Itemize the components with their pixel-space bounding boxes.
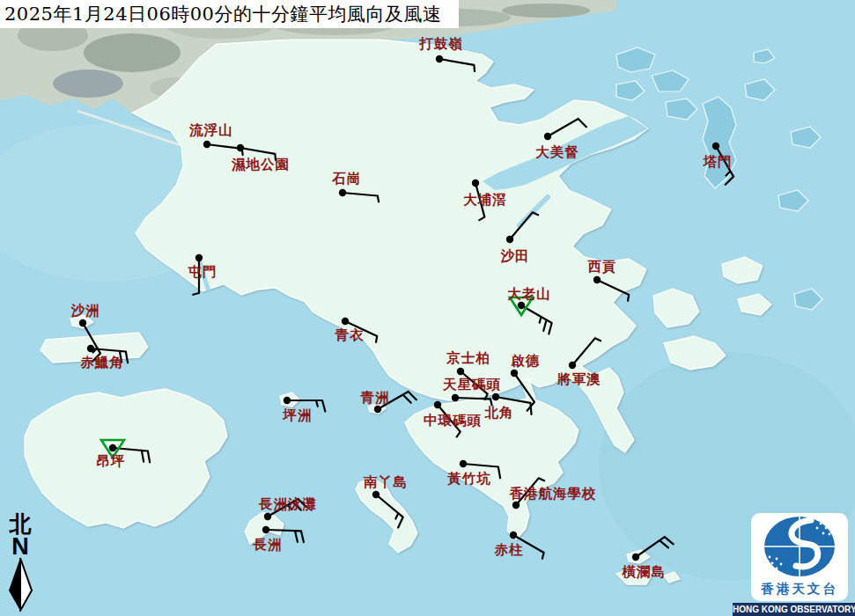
station-label: 青衣 bbox=[335, 326, 365, 343]
station-dot bbox=[237, 144, 244, 151]
station-label: 香港航海學校 bbox=[509, 485, 597, 502]
station-dot bbox=[492, 393, 499, 400]
north-letter-label: N bbox=[4, 536, 36, 557]
station-label: 橫瀾島 bbox=[621, 563, 666, 580]
station-dot bbox=[262, 526, 269, 533]
north-indicator: 北 N bbox=[4, 513, 36, 615]
station-label: 西貢 bbox=[587, 258, 617, 275]
station-dot bbox=[472, 180, 479, 187]
station-label: 屯門 bbox=[188, 263, 217, 280]
station-label: 石崗 bbox=[332, 170, 362, 187]
station-dot bbox=[374, 406, 381, 413]
wind-map: 打鼓嶺流浮山濕地公園石崗大美督塔門大埔滘沙田屯門西貢大老山沙洲赤鱲角青衣京士柏啟… bbox=[0, 0, 855, 616]
station-dot bbox=[79, 319, 86, 326]
station-label: 赤鱲角 bbox=[79, 354, 124, 370]
station-dot bbox=[632, 554, 639, 561]
station-dot bbox=[339, 189, 346, 196]
station-dot bbox=[518, 302, 525, 309]
station-dot bbox=[195, 254, 203, 261]
station-label: 南丫島 bbox=[363, 473, 408, 490]
station-dot bbox=[712, 143, 719, 150]
station-label: 打鼓嶺 bbox=[418, 35, 463, 52]
station-label: 北角 bbox=[484, 404, 514, 421]
station-label: 長洲泳灘 bbox=[258, 495, 317, 512]
station-dot bbox=[511, 370, 518, 377]
station-dot bbox=[457, 368, 464, 375]
station-dot bbox=[512, 502, 520, 509]
station-label: 將軍澳 bbox=[556, 370, 601, 387]
station-dot bbox=[264, 513, 271, 520]
station-label: 長洲 bbox=[253, 536, 283, 553]
station-label: 大美督 bbox=[535, 143, 579, 160]
station-dot bbox=[510, 532, 517, 539]
station-label: 赤柱 bbox=[494, 541, 524, 558]
station-label: 京士柏 bbox=[446, 349, 490, 366]
station-label: 塔門 bbox=[703, 153, 733, 170]
station-dot bbox=[109, 444, 116, 451]
station-label: 大埔滘 bbox=[463, 191, 507, 208]
station-dot bbox=[460, 460, 467, 467]
station-dot bbox=[593, 276, 601, 283]
station-dot bbox=[452, 394, 459, 401]
station-label: 啟德 bbox=[511, 352, 541, 369]
station-label: 中環碼頭 bbox=[424, 412, 482, 429]
station-dot bbox=[284, 397, 291, 404]
hko-emblem-icon bbox=[763, 513, 837, 580]
station-label: 沙洲 bbox=[71, 302, 100, 319]
station-dot bbox=[544, 133, 551, 140]
hko-english-name: HONG KONG OBSERVATORY bbox=[733, 603, 855, 616]
hko-logo: 香港天文台 bbox=[751, 513, 848, 601]
station-label: 大老山 bbox=[507, 285, 551, 302]
station-dot bbox=[506, 236, 513, 243]
station-label: 天星碼頭 bbox=[442, 376, 501, 392]
station-dot bbox=[203, 141, 210, 148]
station-dot bbox=[342, 318, 349, 325]
station-label: 濕地公園 bbox=[231, 156, 290, 172]
station-label: 沙田 bbox=[501, 247, 530, 264]
station-dot bbox=[436, 55, 443, 62]
station-label: 坪洲 bbox=[283, 407, 313, 423]
station-dot bbox=[87, 345, 94, 352]
station-label: 黃竹坑 bbox=[446, 470, 491, 487]
north-arrow-icon bbox=[7, 557, 33, 612]
station-label: 青洲 bbox=[360, 389, 390, 406]
station-label: 流浮山 bbox=[188, 121, 233, 138]
station-dot bbox=[372, 491, 380, 498]
station-label: 昂坪 bbox=[97, 452, 126, 469]
station-dot bbox=[569, 362, 576, 369]
hko-chinese-name: 香港天文台 bbox=[761, 581, 838, 598]
station-dot bbox=[434, 401, 441, 408]
map-title: 2025年1月24日06時00分的十分鐘平均風向及風速 bbox=[0, 0, 459, 28]
